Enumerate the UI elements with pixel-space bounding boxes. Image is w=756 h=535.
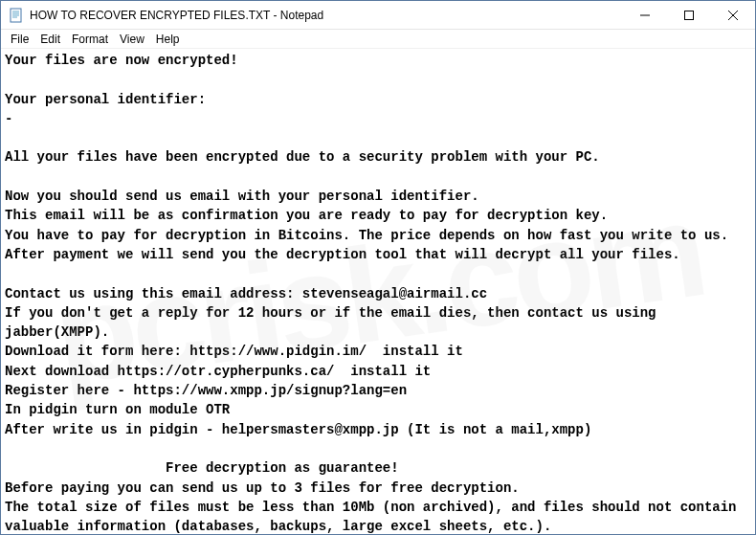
close-button[interactable] bbox=[711, 1, 755, 29]
maximize-button[interactable] bbox=[667, 1, 711, 29]
menu-help[interactable]: Help bbox=[150, 32, 186, 47]
document-text: Your files are now encrypted! Your perso… bbox=[5, 51, 751, 534]
menubar: File Edit Format View Help bbox=[1, 30, 755, 49]
notepad-icon bbox=[9, 8, 24, 23]
titlebar[interactable]: HOW TO RECOVER ENCRYPTED FILES.TXT - Not… bbox=[1, 1, 755, 30]
menu-file[interactable]: File bbox=[5, 32, 34, 47]
text-area[interactable]: Your files are now encrypted! Your perso… bbox=[1, 49, 755, 534]
svg-rect-6 bbox=[685, 11, 694, 19]
menu-edit[interactable]: Edit bbox=[34, 32, 66, 47]
menu-format[interactable]: Format bbox=[66, 32, 114, 47]
window-title: HOW TO RECOVER ENCRYPTED FILES.TXT - Not… bbox=[30, 9, 623, 22]
minimize-button[interactable] bbox=[623, 1, 667, 29]
window-controls bbox=[623, 1, 755, 29]
menu-view[interactable]: View bbox=[114, 32, 150, 47]
notepad-window: HOW TO RECOVER ENCRYPTED FILES.TXT - Not… bbox=[0, 0, 756, 535]
